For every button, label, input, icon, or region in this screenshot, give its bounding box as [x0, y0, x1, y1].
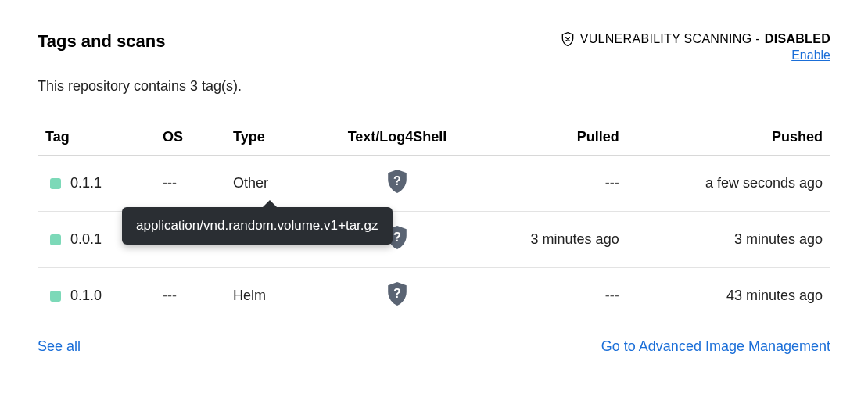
cell-pulled: 3 minutes ago — [468, 212, 627, 268]
tag-color-swatch — [50, 234, 61, 245]
shield-question-icon: ? — [387, 170, 407, 193]
cell-pulled: --- — [468, 268, 627, 324]
table-row[interactable]: 0.0.1 application/vnd.random.volume.v1+t… — [38, 212, 830, 268]
enable-scanning-link[interactable]: Enable — [791, 48, 830, 63]
cell-pushed: 3 minutes ago — [627, 212, 830, 268]
col-header-pushed[interactable]: Pushed — [627, 120, 830, 156]
advanced-image-mgmt-link[interactable]: Go to Advanced Image Management — [601, 338, 830, 355]
cell-pushed: a few seconds ago — [627, 156, 830, 212]
page-title: Tags and scans — [38, 31, 165, 52]
col-header-pulled[interactable]: Pulled — [468, 120, 627, 156]
col-header-tag[interactable]: Tag — [38, 120, 155, 156]
table-row[interactable]: 0.1.0 --- Helm ? --- 43 minutes ago — [38, 268, 830, 324]
table-header-row: Tag OS Type Text/Log4Shell Pulled Pushed — [38, 120, 830, 156]
see-all-link[interactable]: See all — [38, 338, 81, 355]
svg-text:?: ? — [393, 173, 401, 188]
svg-text:?: ? — [393, 286, 401, 300]
tags-table: Tag OS Type Text/Log4Shell Pulled Pushed… — [38, 120, 830, 324]
cell-os: --- — [155, 268, 225, 324]
col-header-os[interactable]: OS — [155, 120, 225, 156]
type-tooltip: application/vnd.random.volume.v1+tar.gz — [122, 207, 393, 245]
col-header-scan[interactable]: Text/Log4Shell — [327, 120, 468, 156]
scan-status-state: DISABLED — [765, 32, 830, 46]
tag-color-swatch — [50, 291, 61, 302]
tag-name: 0.0.1 — [70, 231, 102, 248]
cell-pushed: 43 minutes ago — [627, 268, 830, 324]
repo-tag-count: This repository contains 3 tag(s). — [38, 78, 830, 95]
cell-scan: ? — [327, 268, 468, 324]
col-header-type[interactable]: Type — [225, 120, 327, 156]
scan-status: VULNERABILITY SCANNING - DISABLED — [560, 31, 830, 47]
table-row[interactable]: 0.1.1 --- Other ? --- a few seconds ago — [38, 156, 830, 212]
shield-question-icon: ? — [387, 282, 407, 306]
scan-status-box: VULNERABILITY SCANNING - DISABLED Enable — [560, 31, 830, 63]
cell-type: Helm — [225, 268, 327, 324]
svg-text:?: ? — [393, 230, 401, 244]
scan-status-label: VULNERABILITY SCANNING - — [580, 32, 760, 46]
tag-name: 0.1.1 — [70, 175, 102, 191]
cell-scan: ? — [327, 156, 468, 212]
cell-pulled: --- — [468, 156, 627, 212]
tag-color-swatch — [50, 178, 61, 189]
shield-x-icon — [560, 31, 576, 47]
cell-os: --- — [155, 156, 225, 212]
tag-name: 0.1.0 — [70, 288, 102, 304]
